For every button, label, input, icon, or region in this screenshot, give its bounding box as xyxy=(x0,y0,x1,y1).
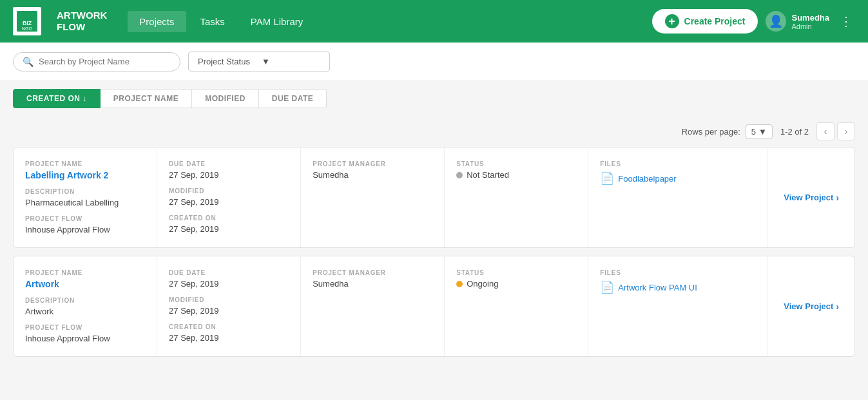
project-description: Artwork xyxy=(25,307,145,316)
plus-icon: + xyxy=(665,14,679,28)
files-label: FILES xyxy=(600,269,756,276)
due-date-label: DUE DATE xyxy=(169,269,289,276)
nav-projects[interactable]: Projects xyxy=(128,11,186,32)
status-badge: Not Started xyxy=(456,170,576,180)
modified-value: 27 Sep, 2019 xyxy=(169,197,289,207)
status-dot-icon xyxy=(456,172,463,178)
due-date-value: 27 Sep, 2019 xyxy=(169,279,289,289)
project-flow-label: PROJECT FLOW xyxy=(25,324,145,331)
user-role: Admin xyxy=(791,23,829,30)
header-right: + Create Project 👤 Sumedha Admin ⋮ xyxy=(652,9,855,33)
status-dot-icon xyxy=(456,281,463,287)
project-info-section: PROJECT NAME Labelling Artwork 2 DESCRIP… xyxy=(14,148,157,247)
view-project-link[interactable]: View Project › xyxy=(784,301,839,312)
rows-per-page-select[interactable]: 5 ▼ xyxy=(746,124,773,139)
sort-tab-created-on[interactable]: CREATED ON ↓ xyxy=(13,89,101,108)
project-card: PROJECT NAME Labelling Artwork 2 DESCRIP… xyxy=(13,147,855,248)
status-section: STATUS Ongoing xyxy=(445,256,588,356)
description-label: DESCRIPTION xyxy=(25,297,145,304)
prev-page-button[interactable]: ‹ xyxy=(816,122,834,140)
manager-section: PROJECT MANAGER Sumedha xyxy=(301,256,445,356)
avatar: 👤 xyxy=(766,11,786,32)
due-date-label: DUE DATE xyxy=(169,160,289,167)
project-name-link[interactable]: Labelling Artwork 2 xyxy=(25,170,108,180)
nav-pam-library[interactable]: PAM Library xyxy=(239,11,314,32)
manager-section: PROJECT MANAGER Sumedha xyxy=(301,148,445,247)
project-name-label: PROJECT NAME xyxy=(25,160,145,167)
status-label: STATUS xyxy=(456,160,576,167)
file-name[interactable]: Foodlabelpaper xyxy=(618,174,676,184)
page-navigation: ‹ › xyxy=(816,122,855,140)
modified-value: 27 Sep, 2019 xyxy=(169,306,289,316)
status-filter-dropdown[interactable]: Project Status ▼ xyxy=(188,52,330,71)
project-manager-label: PROJECT MANAGER xyxy=(313,160,432,167)
chevron-down-icon: ▼ xyxy=(262,57,320,66)
modified-label: MODIFIED xyxy=(169,296,289,303)
manager-name: Sumedha xyxy=(313,279,432,289)
chevron-right-icon: › xyxy=(836,301,839,312)
create-project-button[interactable]: + Create Project xyxy=(652,9,758,33)
rows-per-page: Rows per page: 5 ▼ xyxy=(682,124,773,139)
project-name-label: PROJECT NAME xyxy=(25,269,145,276)
pagination-row: Rows per page: 5 ▼ 1-2 of 2 ‹ › xyxy=(0,116,868,147)
view-project-section: View Project › xyxy=(768,256,854,356)
user-name: Sumedha xyxy=(791,13,829,23)
status-label: STATUS xyxy=(456,269,576,276)
status-section: STATUS Not Started xyxy=(445,148,588,247)
svg-text:NGO: NGO xyxy=(22,26,33,32)
page-info: 1-2 of 2 xyxy=(780,127,809,137)
project-card: PROJECT NAME Artwork DESCRIPTION Artwork… xyxy=(13,256,855,357)
nav-tasks[interactable]: Tasks xyxy=(189,11,236,32)
more-options-icon[interactable]: ⋮ xyxy=(837,11,855,32)
files-label: FILES xyxy=(600,160,756,167)
file-name[interactable]: Artwork Flow PAM UI xyxy=(618,283,697,292)
file-icon: 📄 xyxy=(600,171,614,186)
dates-section: DUE DATE 27 Sep, 2019 MODIFIED 27 Sep, 2… xyxy=(157,148,301,247)
search-box: 🔍 xyxy=(13,52,180,71)
app-title: ARTWORK FLOW xyxy=(57,10,107,33)
project-flow: Inhouse Approval Flow xyxy=(25,225,145,234)
app-header: BIZ NGO ARTWORK FLOW Projects Tasks PAM … xyxy=(0,0,868,43)
search-icon: 🔍 xyxy=(23,57,34,67)
manager-name: Sumedha xyxy=(313,170,432,180)
sort-tab-project-name[interactable]: PROJECT NAME xyxy=(101,89,192,108)
chevron-right-icon: › xyxy=(836,193,839,203)
files-section: FILES 📄 Foodlabelpaper xyxy=(588,148,768,247)
created-on-label: CREATED ON xyxy=(169,214,289,222)
files-section: FILES 📄 Artwork Flow PAM UI xyxy=(588,256,768,356)
file-item: 📄 Artwork Flow PAM UI xyxy=(600,280,756,294)
user-info: 👤 Sumedha Admin xyxy=(766,11,829,32)
main-nav: Projects Tasks PAM Library xyxy=(128,11,636,32)
dates-section: DUE DATE 27 Sep, 2019 MODIFIED 27 Sep, 2… xyxy=(157,256,301,356)
project-flow-label: PROJECT FLOW xyxy=(25,215,145,222)
sort-tab-modified[interactable]: MODIFIED xyxy=(192,89,259,108)
view-project-section: View Project › xyxy=(768,148,854,247)
modified-label: MODIFIED xyxy=(169,187,289,195)
created-on-label: CREATED ON xyxy=(169,323,289,330)
sort-tabs: CREATED ON ↓ PROJECT NAME MODIFIED DUE D… xyxy=(0,81,868,116)
status-badge: Ongoing xyxy=(456,279,576,289)
created-on-value: 27 Sep, 2019 xyxy=(169,224,289,234)
main-content: PROJECT NAME Labelling Artwork 2 DESCRIP… xyxy=(0,147,868,400)
file-item: 📄 Foodlabelpaper xyxy=(600,171,756,186)
next-page-button[interactable]: › xyxy=(837,122,855,140)
due-date-value: 27 Sep, 2019 xyxy=(169,170,289,180)
project-info-section: PROJECT NAME Artwork DESCRIPTION Artwork… xyxy=(14,256,157,356)
project-name-link[interactable]: Artwork xyxy=(25,279,59,289)
project-flow: Inhouse Approval Flow xyxy=(25,334,145,343)
toolbar: 🔍 Project Status ▼ xyxy=(0,43,868,81)
description-label: DESCRIPTION xyxy=(25,188,145,195)
search-input[interactable] xyxy=(39,57,171,66)
logo: BIZ NGO xyxy=(13,7,41,35)
file-icon: 📄 xyxy=(600,280,614,294)
project-manager-label: PROJECT MANAGER xyxy=(313,269,432,276)
created-on-value: 27 Sep, 2019 xyxy=(169,333,289,343)
project-description: Pharmaceutical Labelling xyxy=(25,198,145,207)
sort-tab-due-date[interactable]: DUE DATE xyxy=(259,89,327,108)
view-project-link[interactable]: View Project › xyxy=(784,193,839,203)
rows-chevron-icon: ▼ xyxy=(758,127,767,137)
